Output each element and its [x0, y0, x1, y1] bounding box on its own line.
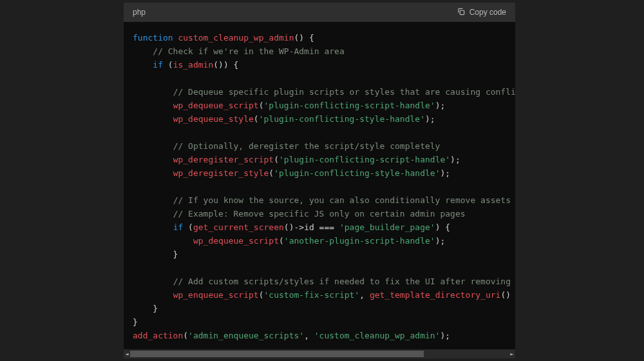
- copy-code-label: Copy code: [469, 8, 506, 17]
- scroll-left-arrow[interactable]: ◄: [124, 349, 130, 358]
- scrollbar-thumb[interactable]: [130, 351, 424, 357]
- code-block: php Copy code function custom_cleanup_wp…: [124, 3, 515, 358]
- svg-rect-0: [460, 10, 464, 14]
- scroll-right-arrow[interactable]: ►: [509, 349, 515, 358]
- copy-icon: [457, 7, 466, 18]
- code-content[interactable]: function custom_cleanup_wp_admin() { // …: [124, 22, 515, 349]
- code-text: function custom_cleanup_wp_admin() { // …: [133, 31, 506, 342]
- horizontal-scrollbar[interactable]: ◄ ►: [124, 349, 515, 358]
- code-header: php Copy code: [124, 3, 515, 22]
- language-label: php: [133, 8, 146, 17]
- copy-code-button[interactable]: Copy code: [457, 7, 506, 18]
